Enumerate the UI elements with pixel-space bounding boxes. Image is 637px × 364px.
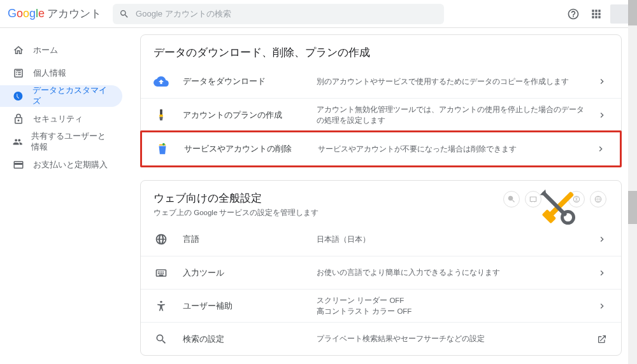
row-search-settings[interactable]: 検索の設定 プライベート検索結果やセーフサーチなどの設定 <box>141 322 621 355</box>
sidebar-item-label: ホーム <box>33 45 58 56</box>
sidebar-item-personal[interactable]: 個人情報 <box>0 62 122 84</box>
keyboard-icon <box>154 265 169 281</box>
row-accessibility[interactable]: ユーザー補助 スクリーン リーダー OFF 高コントラスト カラー OFF <box>141 289 621 322</box>
sidebar-item-label: 個人情報 <box>33 68 66 79</box>
sidebar-item-label: お支払いと定期購入 <box>33 160 108 171</box>
data-icon <box>13 90 24 102</box>
chevron-right-icon <box>597 301 607 311</box>
sidebar-item-home[interactable]: ホーム <box>0 39 122 61</box>
svg-point-2 <box>162 143 165 146</box>
sidebar-item-label: 共有するユーザーと情報 <box>31 131 110 153</box>
row-download-data[interactable]: データをダウンロード 別のアカウントやサービスで使用するためにデータのコピーを作… <box>141 65 621 98</box>
row-desc: アカウント無効化管理ツールでは、アカウントの使用を停止した場合のデータの処理を設… <box>317 104 590 125</box>
row-label: アカウントのプランの作成 <box>183 109 317 121</box>
scrollbar-thumb-top[interactable] <box>628 0 637 25</box>
scrollbar-track[interactable] <box>628 0 637 364</box>
search-input[interactable] <box>136 9 438 18</box>
row-input-tools[interactable]: 入力ツール お使いの言語でより簡単に入力できるようになります <box>141 256 621 289</box>
help-button[interactable] <box>562 3 585 25</box>
chevron-right-icon <box>596 144 606 154</box>
apps-icon <box>590 8 603 20</box>
row-label: サービスやアカウントの削除 <box>184 143 318 155</box>
lock-icon <box>13 113 24 125</box>
globe-icon <box>154 232 169 247</box>
id-card-icon <box>13 67 24 79</box>
row-label: データをダウンロード <box>183 76 317 87</box>
row-account-plan[interactable]: アカウントのプランの作成 アカウント無効化管理ツールでは、アカウントの使用を停止… <box>141 98 621 131</box>
cloud-download-icon <box>154 74 169 89</box>
row-desc: 別のアカウントやサービスで使用するためにデータのコピーを作成します <box>317 76 590 87</box>
external-link-icon <box>597 334 607 344</box>
plan-paintbrush-icon <box>154 108 169 123</box>
main-content: データのダウンロード、削除、プランの作成 データをダウンロード 別のアカウントや… <box>127 28 637 364</box>
row-label: 検索の設定 <box>183 333 317 345</box>
sidebar-item-payments[interactable]: お支払いと定期購入 <box>0 154 122 176</box>
sidebar-item-label: データとカスタマイズ <box>32 85 110 107</box>
highlighted-row-border: サービスやアカウントの削除 サービスやアカウントが不要になった場合は削除できます <box>140 130 622 167</box>
row-label: ユーザー補助 <box>183 300 317 312</box>
card-title: データのダウンロード、削除、プランの作成 <box>154 45 608 60</box>
row-delete-service[interactable]: サービスやアカウントの削除 サービスやアカウントが不要になった場合は削除できます <box>142 132 620 165</box>
search-bar[interactable] <box>113 4 444 24</box>
svg-rect-0 <box>160 109 162 114</box>
row-label: 言語 <box>183 234 317 245</box>
account-avatar[interactable] <box>610 4 629 24</box>
app-header: Google アカウント <box>0 0 637 28</box>
row-desc: サービスやアカウントが不要になった場合は削除できます <box>318 144 589 155</box>
scrollbar-thumb[interactable] <box>628 191 637 224</box>
apps-button[interactable] <box>585 3 608 25</box>
home-icon <box>13 45 24 56</box>
row-desc: お使いの言語でより簡単に入力できるようになります <box>317 267 590 278</box>
credit-card-icon <box>13 159 24 171</box>
row-desc: スクリーン リーダー OFF 高コントラスト カラー OFF <box>317 295 590 316</box>
row-label: 入力ツール <box>183 267 317 279</box>
sidebar-item-people[interactable]: 共有するユーザーと情報 <box>0 131 122 153</box>
sidebar-item-label: セキュリティ <box>33 114 83 125</box>
card-data-management: データのダウンロード、削除、プランの作成 データをダウンロード 別のアカウントや… <box>140 34 622 167</box>
svg-point-9 <box>160 300 162 302</box>
search-icon <box>154 332 169 347</box>
sidebar-item-data[interactable]: データとカスタマイズ <box>0 85 122 107</box>
chevron-right-icon <box>597 76 607 87</box>
chevron-right-icon <box>597 268 607 278</box>
google-logo[interactable]: Google アカウント <box>8 6 101 21</box>
chevron-right-icon <box>597 110 607 120</box>
row-desc: プライベート検索結果やセーフサーチなどの設定 <box>317 333 590 344</box>
delete-service-icon <box>155 141 170 157</box>
svg-rect-1 <box>159 115 163 117</box>
sidebar: ホーム 個人情報 データとカスタマイズ セキュリティ 共有するユーザーと情報 お… <box>0 28 127 364</box>
search-icon <box>119 9 129 19</box>
sidebar-item-security[interactable]: セキュリティ <box>0 108 122 130</box>
card-web-settings: ウェブ向けの全般設定 ウェブ上の Google サービスの設定を管理します 言語… <box>140 180 622 356</box>
product-name: アカウント <box>47 6 101 21</box>
settings-illustration <box>503 186 608 237</box>
accessibility-icon <box>154 298 169 314</box>
tools-cross-illustration <box>533 182 583 233</box>
help-icon <box>567 8 580 20</box>
people-icon <box>13 136 22 148</box>
